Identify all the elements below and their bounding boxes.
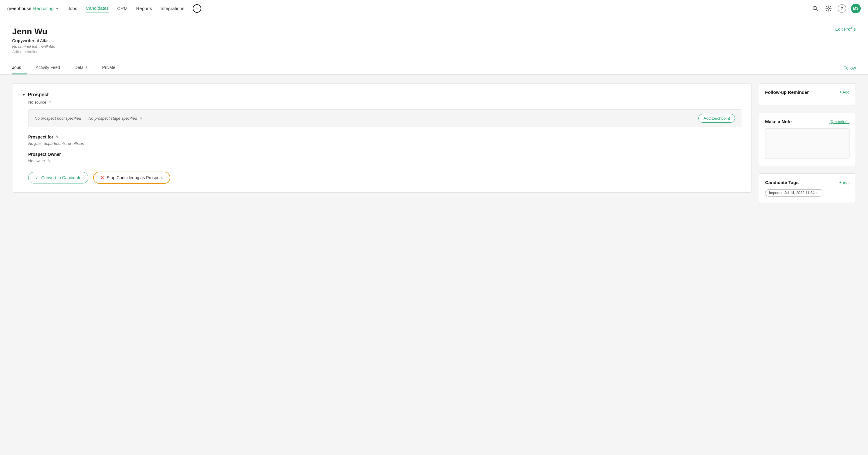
- stop-considering-button[interactable]: ✕ Stop Considering as Prospect: [93, 172, 170, 184]
- navbar-links: Jobs Candidates CRM Reports Integrations…: [68, 4, 801, 13]
- profile-contact: No contact info available: [12, 44, 55, 49]
- svg-point-2: [828, 8, 830, 9]
- follow-up-header: Follow-up Reminder + Add: [765, 90, 849, 95]
- source-edit-icon[interactable]: ✎: [49, 100, 52, 105]
- logo-chevron-icon: ▾: [56, 6, 58, 11]
- prospect-for-section: Prospect for ✎ No jobs, departments, or …: [28, 135, 741, 146]
- follow-up-title: Follow-up Reminder: [765, 90, 809, 95]
- add-touchpoint-button[interactable]: Add touchpoint: [699, 114, 735, 123]
- stop-label: Stop Considering as Prospect: [106, 175, 163, 180]
- prospect-owner-label: Prospect Owner: [28, 152, 741, 157]
- stage-label: No prospect stage specified: [88, 116, 137, 121]
- tab-details[interactable]: Details: [69, 61, 94, 75]
- main-content: ▼ Prospect No source ✎ No prospect pool …: [12, 83, 751, 193]
- candidate-tags-section: Candidate Tags + Edit Imported Jul 14, 2…: [759, 173, 856, 203]
- nav-candidates[interactable]: Candidates: [86, 4, 108, 12]
- prospect-for-edit-icon[interactable]: ✎: [56, 135, 59, 139]
- logo-accent-text: Recruiting: [33, 6, 54, 11]
- nav-integrations[interactable]: Integrations: [160, 5, 184, 12]
- prospect-card: ▼ Prospect No source ✎ No prospect pool …: [12, 83, 751, 193]
- profile-tabs: Jobs Activity Feed Details Private Follo…: [12, 61, 856, 75]
- edit-profile-link[interactable]: Edit Profile: [835, 27, 856, 32]
- navbar: greenhouse Recruiting ▾ Jobs Candidates …: [0, 0, 868, 17]
- stop-x-icon: ✕: [100, 175, 104, 180]
- make-a-note-section: Make a Note @mentions: [759, 113, 856, 166]
- app-logo[interactable]: greenhouse Recruiting ▾: [7, 6, 58, 11]
- avatar[interactable]: MS: [851, 4, 861, 13]
- profile-header: Jenn Wu Copywriter at Atlas No contact i…: [0, 17, 868, 75]
- pool-arrow-icon: ›: [84, 116, 85, 121]
- note-textarea[interactable]: [765, 129, 849, 159]
- pool-info: No prospect pool specified › No prospect…: [35, 116, 142, 121]
- navbar-right: ? MS: [811, 4, 861, 13]
- source-row: No source ✎: [28, 100, 741, 105]
- right-sidebar: Follow-up Reminder + Add Make a Note @me…: [759, 83, 856, 203]
- settings-icon[interactable]: [824, 4, 833, 13]
- candidate-tags-edit-link[interactable]: + Edit: [839, 180, 849, 185]
- candidate-tags-title: Candidate Tags: [765, 180, 799, 185]
- company-at: at: [35, 38, 40, 43]
- candidate-tags-header: Candidate Tags + Edit: [765, 180, 849, 185]
- prospect-title: Prospect: [28, 92, 49, 97]
- logo-main-text: greenhouse: [7, 6, 31, 11]
- profile-headline[interactable]: Add a headline: [12, 50, 55, 54]
- tab-jobs[interactable]: Jobs: [12, 61, 27, 75]
- content-area: ▼ Prospect No source ✎ No prospect pool …: [0, 75, 868, 211]
- make-a-note-title: Make a Note: [765, 119, 792, 124]
- convert-to-candidate-button[interactable]: ✓ Convert to Candidate: [28, 172, 88, 183]
- pool-edit-icon[interactable]: ✎: [139, 116, 142, 121]
- profile-info: Jenn Wu Copywriter at Atlas No contact i…: [12, 27, 55, 59]
- follow-up-add-link[interactable]: + Add: [839, 90, 849, 94]
- profile-header-top: Jenn Wu Copywriter at Atlas No contact i…: [12, 27, 856, 59]
- help-icon[interactable]: ?: [838, 4, 846, 13]
- tab-activity-feed[interactable]: Activity Feed: [30, 61, 66, 75]
- nav-jobs[interactable]: Jobs: [68, 5, 78, 12]
- job-title: Copywriter: [12, 38, 34, 43]
- convert-label: Convert to Candidate: [41, 175, 81, 180]
- profile-name: Jenn Wu: [12, 27, 55, 36]
- prospect-header: ▼ Prospect: [22, 92, 741, 97]
- owner-edit-icon[interactable]: ✎: [48, 159, 51, 163]
- search-icon[interactable]: [811, 4, 819, 13]
- prospect-pool-bar: No prospect pool specified › No prospect…: [28, 109, 741, 127]
- tag-imported: Imported Jul 14, 2022 11:34am: [765, 189, 824, 197]
- profile-title: Copywriter at Atlas: [12, 38, 55, 43]
- company-name: Atlas: [40, 38, 50, 43]
- pool-label: No prospect pool specified: [35, 116, 81, 121]
- add-button[interactable]: +: [193, 4, 201, 13]
- prospect-for-label: Prospect for ✎: [28, 135, 741, 139]
- nav-reports[interactable]: Reports: [136, 5, 152, 12]
- action-buttons: ✓ Convert to Candidate ✕ Stop Considerin…: [28, 172, 741, 184]
- collapse-triangle-icon[interactable]: ▼: [22, 93, 26, 96]
- candidate-tags-list: Imported Jul 14, 2022 11:34am: [765, 189, 849, 197]
- owner-value: No owner: [28, 159, 45, 163]
- source-label: No source: [28, 100, 46, 105]
- mentions-link[interactable]: @mentions: [830, 119, 849, 124]
- prospect-owner-label-text: Prospect Owner: [28, 152, 61, 157]
- tab-private[interactable]: Private: [96, 61, 122, 75]
- svg-line-1: [816, 9, 818, 11]
- make-a-note-header: Make a Note @mentions: [765, 119, 849, 124]
- prospect-for-value: No jobs, departments, or offices: [28, 141, 741, 146]
- follow-link[interactable]: Follow: [844, 66, 856, 70]
- prospect-owner-section: Prospect Owner No owner ✎: [28, 152, 741, 163]
- nav-crm[interactable]: CRM: [117, 5, 127, 12]
- owner-row: No owner ✎: [28, 159, 741, 163]
- prospect-for-label-text: Prospect for: [28, 135, 53, 139]
- follow-up-reminder-section: Follow-up Reminder + Add: [759, 83, 856, 105]
- convert-check-icon: ✓: [35, 175, 39, 180]
